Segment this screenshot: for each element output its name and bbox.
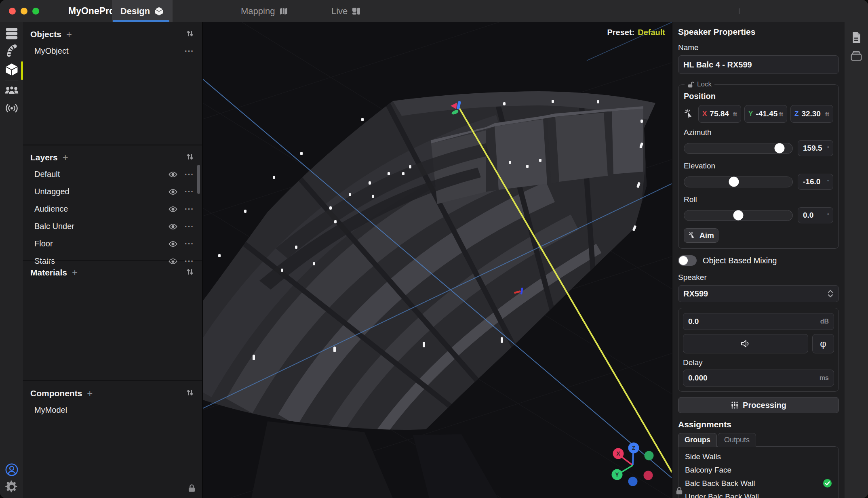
layer-row[interactable]: Untagged ···	[23, 183, 202, 200]
layer-menu-button[interactable]: ···	[185, 222, 194, 231]
layer-row[interactable]: Floor ···	[23, 235, 202, 252]
layer-name: Audience	[34, 204, 169, 214]
azimuth-slider[interactable]	[684, 143, 793, 154]
add-layer-button[interactable]: +	[63, 152, 68, 163]
archive-drawer-icon[interactable]	[850, 50, 863, 63]
object-list-item[interactable]: MyObject ···	[23, 42, 202, 60]
layers-scrollbar[interactable]	[197, 165, 200, 194]
broadcast-icon[interactable]	[5, 102, 19, 116]
lock-group: Lock Position X 75.84 ft Y -41.45	[678, 80, 839, 249]
layer-visibility-eye-icon[interactable]	[169, 241, 177, 247]
viewport-3d[interactable]: X Z Y Preset:Default	[203, 22, 672, 498]
y-value: -41.45	[756, 109, 777, 118]
gizmo-neg-y-ball[interactable]	[645, 451, 654, 460]
unlock-icon	[687, 81, 694, 88]
left-panel-lock-icon[interactable]	[188, 484, 196, 494]
group-row[interactable]: Balcony Face	[678, 463, 839, 477]
group-row[interactable]: Balc Back Back Wall	[678, 477, 839, 490]
object-menu-button[interactable]: ···	[185, 46, 194, 56]
account-icon[interactable]	[5, 463, 19, 478]
tab-design-label: Design	[120, 6, 150, 17]
components-panel: Components + MyModel	[23, 380, 202, 498]
tab-mapping[interactable]: Mapping	[241, 0, 289, 22]
gizmo-neg-x-ball[interactable]	[644, 471, 653, 480]
position-y-field[interactable]: Y -41.45 ft	[744, 105, 787, 123]
elevation-slider-thumb[interactable]	[729, 177, 739, 187]
z-axis-letter: Z	[794, 110, 798, 118]
layer-visibility-eye-icon[interactable]	[169, 171, 177, 178]
model-cube-tool-icon[interactable]	[4, 62, 19, 78]
properties-lock-icon[interactable]	[676, 487, 683, 496]
sort-layers-icon[interactable]	[186, 153, 194, 162]
close-window-button[interactable]	[9, 8, 16, 15]
audience-people-icon[interactable]	[4, 84, 19, 99]
aim-button[interactable]: Aim	[684, 228, 718, 243]
y-unit: ft	[779, 111, 783, 118]
layer-menu-button[interactable]: ···	[185, 204, 194, 214]
layer-menu-button[interactable]: ···	[185, 239, 194, 248]
group-name: Balcony Face	[685, 466, 731, 475]
processing-sliders-icon	[731, 401, 739, 409]
layer-row[interactable]: Default ···	[23, 166, 202, 183]
stack-tool-icon[interactable]	[5, 26, 18, 42]
minimize-window-button[interactable]	[21, 8, 27, 15]
add-component-button[interactable]: +	[87, 388, 93, 399]
tab-outputs[interactable]: Outputs	[718, 433, 756, 447]
object-based-mixing-toggle[interactable]	[678, 255, 697, 266]
tab-live[interactable]: Live	[331, 0, 361, 22]
tab-design[interactable]: Design	[112, 0, 173, 22]
component-list-item[interactable]: MyModel	[23, 401, 202, 419]
tab-groups[interactable]: Groups	[678, 433, 717, 447]
preset-label: Preset:	[607, 28, 634, 37]
processing-button[interactable]: Processing	[678, 397, 839, 413]
azimuth-slider-thumb[interactable]	[774, 143, 784, 153]
layer-row[interactable]: Balc Under ···	[23, 218, 202, 235]
layer-visibility-eye-icon[interactable]	[169, 189, 177, 195]
position-z-field[interactable]: Z 32.30 ft	[790, 105, 833, 123]
objects-panel: Objects + MyObject ···	[23, 22, 202, 145]
speaker-name-value: HL Balc 4 - RX599	[683, 60, 752, 69]
phase-button[interactable]: φ	[812, 334, 834, 353]
delay-input[interactable]: 0.000 ms	[683, 370, 834, 387]
add-material-button[interactable]: +	[72, 267, 78, 278]
preset-indicator[interactable]: Preset:Default	[607, 28, 665, 37]
layer-menu-button[interactable]: ···	[185, 170, 194, 179]
speaker-properties-panel: Speaker Properties Name HL Balc 4 - RX59…	[672, 22, 845, 498]
check-circle-icon	[823, 479, 832, 488]
elevation-value-field[interactable]: -16.0 °	[798, 174, 833, 190]
position-pick-wand-icon[interactable]	[684, 108, 695, 120]
layer-menu-button[interactable]: ···	[185, 187, 194, 196]
group-row[interactable]: Under Balc Back Wall	[678, 490, 839, 498]
object-based-mixing-label: Object Based Mixing	[703, 256, 777, 265]
sort-objects-icon[interactable]	[186, 29, 194, 39]
mute-button[interactable]	[683, 334, 808, 353]
settings-gear-icon[interactable]	[5, 480, 18, 495]
layer-visibility-eye-icon[interactable]	[169, 206, 177, 212]
speaker-model-select[interactable]: RX599	[678, 285, 839, 302]
layer-row[interactable]: Audience ···	[23, 200, 202, 218]
gain-input[interactable]: 0.0 dB	[683, 313, 834, 330]
group-row[interactable]: Side Walls	[678, 450, 839, 463]
window-controls	[9, 8, 39, 15]
speaker-name-input[interactable]: HL Balc 4 - RX599	[678, 55, 839, 74]
right-tool-rail	[845, 22, 868, 498]
roll-value-field[interactable]: 0.0 °	[798, 207, 833, 223]
delay-value: 0.000	[688, 374, 708, 382]
elevation-slider[interactable]	[684, 177, 793, 187]
sort-materials-icon[interactable]	[186, 268, 194, 277]
toggle-knob	[679, 256, 688, 265]
add-object-button[interactable]: +	[66, 29, 72, 40]
lock-legend[interactable]: Lock	[685, 80, 714, 88]
roll-slider[interactable]	[684, 210, 793, 221]
position-x-field[interactable]: X 75.84 ft	[698, 105, 741, 123]
app-window: MyOneProject Design Mapping Live	[0, 0, 868, 498]
roll-slider-thumb[interactable]	[733, 210, 744, 221]
document-icon[interactable]	[850, 31, 862, 46]
preset-value: Default	[638, 28, 665, 37]
azimuth-value-field[interactable]: 159.5 °	[798, 140, 833, 156]
gizmo-neg-z-ball[interactable]	[628, 477, 638, 486]
zoom-window-button[interactable]	[32, 8, 39, 15]
line-array-tool-icon[interactable]	[5, 44, 18, 59]
sort-components-icon[interactable]	[186, 389, 194, 398]
layer-visibility-eye-icon[interactable]	[169, 223, 177, 230]
